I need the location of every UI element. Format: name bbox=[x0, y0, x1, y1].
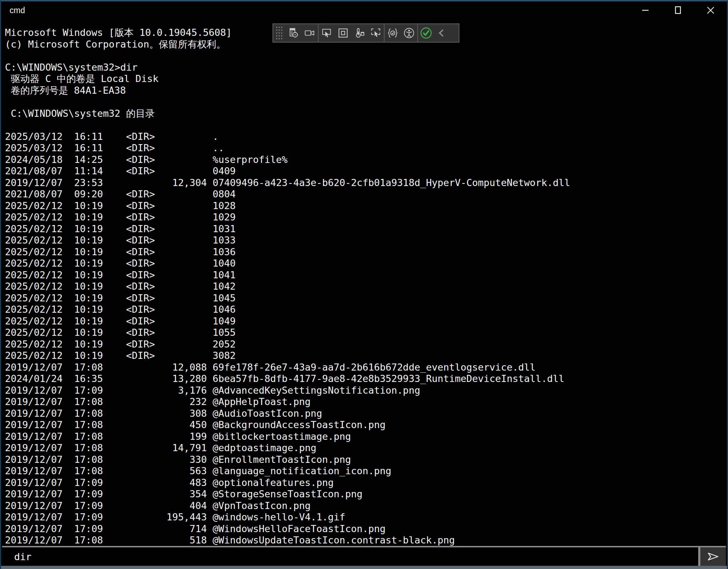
terminal-line: 2019/12/07 17:08 330 @EnrollmentToastIco… bbox=[5, 454, 726, 466]
terminal-line: 2019/12/07 17:08 308 @AudioToastIcon.png bbox=[5, 408, 726, 420]
grip-dots-icon bbox=[275, 26, 283, 40]
video-record-button[interactable] bbox=[302, 24, 318, 42]
send-icon bbox=[706, 551, 720, 563]
element-pick-icon bbox=[370, 27, 382, 39]
close-button[interactable] bbox=[694, 1, 727, 19]
terminal-line: 2025/02/12 10:19 <DIR> 1040 bbox=[5, 258, 726, 269]
steps-recorder-button[interactable] bbox=[285, 24, 302, 42]
terminal-line: 2025/02/12 10:19 <DIR> 1031 bbox=[5, 223, 726, 235]
terminal-line: C:\WINDOWS\system32>dir bbox=[5, 62, 726, 73]
terminal-line: 2025/02/12 10:19 <DIR> 1055 bbox=[5, 327, 726, 339]
terminal-line bbox=[5, 96, 726, 108]
window-target-icon bbox=[337, 27, 349, 39]
command-composer bbox=[2, 546, 726, 566]
title-bar[interactable]: cmd bbox=[1, 1, 727, 19]
collapse-chevron-icon bbox=[437, 28, 446, 38]
region-select-icon bbox=[321, 27, 333, 39]
terminal-line: 2025/02/12 10:19 <DIR> 1028 bbox=[5, 200, 726, 212]
window-controls bbox=[629, 1, 727, 19]
terminal-line: 2025/03/12 16:11 <DIR> . bbox=[5, 131, 726, 143]
terminal-line: 2025/03/12 16:11 <DIR> .. bbox=[5, 142, 726, 154]
terminal-line: 2025/02/12 10:19 <DIR> 1033 bbox=[5, 235, 726, 246]
terminal-line: 2025/02/12 10:19 <DIR> 1042 bbox=[5, 281, 726, 292]
terminal-line: 2025/02/12 10:19 <DIR> 1036 bbox=[5, 246, 726, 258]
terminal-line: 2021/08/07 09:20 <DIR> 0804 bbox=[5, 188, 726, 200]
terminal-line: 2025/02/12 10:19 <DIR> 1046 bbox=[5, 304, 726, 316]
window-bottom-edge bbox=[1, 566, 727, 569]
video-camera-icon bbox=[304, 27, 316, 39]
terminal-line: 2024/01/24 16:35 13,280 6bea57fb-8dfb-41… bbox=[5, 373, 726, 385]
terminal-line: 卷的序列号是 84A1-EA38 bbox=[5, 85, 726, 97]
accessibility-button[interactable] bbox=[401, 24, 417, 42]
terminal-line: 2019/12/07 17:09 483 @optionalfeatures.p… bbox=[5, 477, 726, 489]
terminal-line: 2019/12/07 17:09 3,176 @AdvancedKeySetti… bbox=[5, 385, 726, 396]
steps-recorder-icon bbox=[287, 27, 299, 39]
code-check-icon bbox=[387, 27, 399, 39]
terminal-line: 驱动器 C 中的卷是 Local Disk bbox=[5, 73, 726, 85]
window-title: cmd bbox=[10, 6, 25, 15]
terminal-line: 2019/12/07 17:09 195,443 @windows-hello-… bbox=[5, 511, 726, 523]
terminal-line: 2019/12/07 17:09 404 @VpnToastIcon.png bbox=[5, 500, 726, 512]
terminal-line: 2019/12/07 17:08 563 @language_notificat… bbox=[5, 465, 726, 477]
terminal-line: 2019/12/07 17:09 354 @StorageSenseToastI… bbox=[5, 488, 726, 500]
terminal-line: 2025/02/12 10:19 <DIR> 2052 bbox=[5, 339, 726, 350]
code-check-button[interactable] bbox=[385, 24, 401, 42]
terminal-line bbox=[5, 119, 726, 131]
verify-check-button[interactable] bbox=[418, 24, 434, 42]
terminal-line: 2019/12/07 17:08 518 @WindowsUpdateToast… bbox=[5, 535, 726, 546]
collapse-toolbar-button[interactable] bbox=[434, 24, 448, 42]
maximize-button[interactable] bbox=[662, 1, 694, 19]
minimize-button[interactable] bbox=[629, 1, 662, 19]
send-command-button[interactable] bbox=[700, 547, 726, 566]
terminal-output[interactable]: Microsoft Windows [版本 10.0.19045.5608](c… bbox=[2, 21, 726, 546]
region-select-button[interactable] bbox=[319, 24, 335, 42]
terminal-line: 2021/08/07 11:14 <DIR> 0409 bbox=[5, 165, 726, 177]
terminal-line: 2024/05/18 14:25 <DIR> %userprofile% bbox=[5, 154, 726, 166]
terminal-line: 2025/02/12 10:19 <DIR> 3082 bbox=[5, 350, 726, 362]
element-pick-button[interactable] bbox=[368, 24, 384, 42]
accessibility-icon bbox=[403, 27, 415, 39]
terminal-line: C:\WINDOWS\system32 的目录 bbox=[5, 108, 726, 120]
performance-probe-icon bbox=[353, 27, 365, 39]
terminal-line: 2025/02/12 10:19 <DIR> 1041 bbox=[5, 269, 726, 281]
drag-grip[interactable] bbox=[273, 24, 285, 42]
performance-probe-button[interactable] bbox=[351, 24, 368, 42]
terminal-line: 2025/02/12 10:19 <DIR> 1045 bbox=[5, 292, 726, 304]
minimize-icon bbox=[640, 5, 650, 15]
close-icon bbox=[705, 5, 716, 16]
terminal-line: 2019/12/07 17:08 14,791 @edptoastimage.p… bbox=[5, 442, 726, 454]
terminal-line: 2019/12/07 17:08 199 @bitlockertoastimag… bbox=[5, 431, 726, 443]
overlay-toolbar bbox=[272, 23, 459, 43]
command-input[interactable] bbox=[2, 547, 700, 566]
terminal-line: 2025/02/12 10:19 <DIR> 1049 bbox=[5, 316, 726, 327]
terminal-line: 2019/12/07 17:08 12,088 69fe178f-26e7-43… bbox=[5, 362, 726, 373]
maximize-icon bbox=[673, 5, 683, 15]
terminal-line bbox=[5, 50, 726, 62]
verify-check-icon bbox=[420, 27, 432, 39]
window-target-button[interactable] bbox=[335, 24, 351, 42]
terminal-line: 2019/12/07 17:08 232 @AppHelpToast.png bbox=[5, 396, 726, 408]
terminal-line: 2019/12/07 17:08 450 @BackgroundAccessTo… bbox=[5, 419, 726, 431]
terminal-line: 2019/12/07 23:53 12,304 07409496-a423-4a… bbox=[5, 177, 726, 189]
cmd-window: cmd Microsoft Windows [版本 10.0.19045.560… bbox=[0, 0, 728, 569]
terminal-line: 2019/12/07 17:09 714 @WindowsHelloFaceTo… bbox=[5, 523, 726, 535]
terminal-line: 2025/02/12 10:19 <DIR> 1029 bbox=[5, 212, 726, 223]
